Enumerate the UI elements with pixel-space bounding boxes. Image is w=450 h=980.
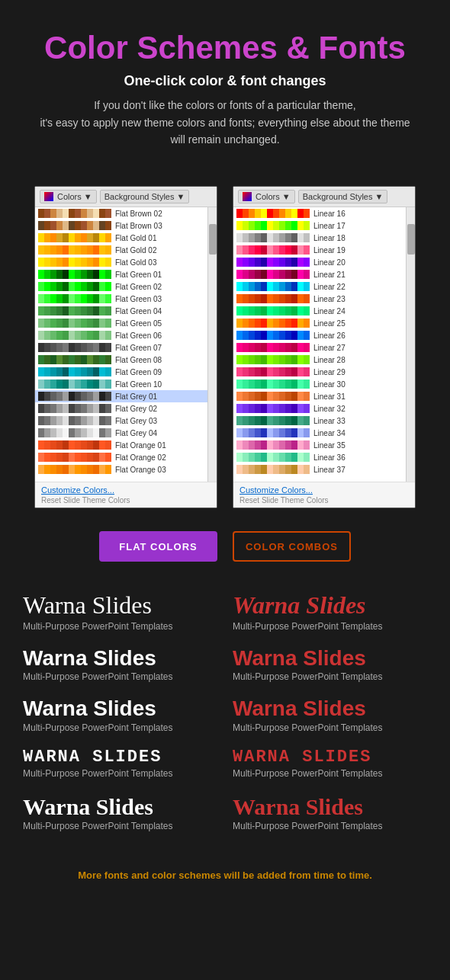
buttons-row: FLAT COLORS COLOR COMBOS bbox=[0, 516, 450, 577]
left-list-item[interactable]: Flat Green 10 bbox=[35, 378, 217, 390]
left-list-item[interactable]: Flat Green 07 bbox=[35, 341, 217, 354]
left-list-item[interactable]: Flat Brown 02 bbox=[35, 207, 217, 219]
left-toolbar[interactable]: Colors ▼ Background Styles ▼ bbox=[35, 187, 217, 207]
flat-colors-button[interactable]: FLAT COLORS bbox=[99, 531, 217, 562]
left-list-item[interactable]: Flat Brown 03 bbox=[35, 219, 217, 232]
right-colors-label: Colors ▼ bbox=[256, 192, 291, 201]
left-customize-link[interactable]: Customize Colors... bbox=[41, 485, 211, 495]
right-list-item[interactable]: Linear 22 bbox=[233, 280, 415, 293]
right-list-item[interactable]: Linear 32 bbox=[233, 402, 415, 415]
right-list-item[interactable]: Linear 33 bbox=[233, 415, 415, 427]
font-title-8: WARNA SLIDES bbox=[233, 748, 427, 767]
left-colors-label: Colors ▼ bbox=[57, 192, 92, 201]
right-list-item[interactable]: Linear 16 bbox=[233, 207, 415, 219]
left-list-item[interactable]: Flat Grey 02 bbox=[35, 402, 217, 415]
right-list-item[interactable]: Linear 36 bbox=[233, 451, 415, 463]
fonts-section: Warna Slides Multi-Purpose PowerPoint Te… bbox=[0, 577, 450, 854]
font-sub-5r: Multi-Purpose PowerPoint Templates bbox=[233, 821, 427, 831]
font-col-1-right: Warna Slides Multi-Purpose PowerPoint Te… bbox=[233, 592, 427, 631]
right-bg-styles-label: Background Styles ▼ bbox=[303, 192, 384, 201]
color-combos-button[interactable]: COLOR COMBOS bbox=[233, 531, 351, 562]
left-list-item[interactable]: Flat Grey 01 bbox=[35, 390, 217, 402]
font-title-5: Warna Slides bbox=[23, 697, 217, 721]
left-list-item[interactable]: Flat Green 04 bbox=[35, 305, 217, 317]
left-list-item[interactable]: Flat Green 03 bbox=[35, 293, 217, 305]
right-reset-link[interactable]: Reset Slide Theme Colors bbox=[239, 496, 409, 504]
font-title-9: Warna Slides bbox=[23, 794, 217, 819]
left-bg-styles-button[interactable]: Background Styles ▼ bbox=[100, 190, 190, 203]
left-colors-button[interactable]: Colors ▼ bbox=[40, 190, 97, 203]
font-sub-4r: Multi-Purpose PowerPoint Templates bbox=[233, 768, 427, 779]
right-footer: Customize Colors... Reset Slide Theme Co… bbox=[233, 482, 415, 508]
left-list-item[interactable]: Flat Green 06 bbox=[35, 329, 217, 341]
right-list-item[interactable]: Linear 25 bbox=[233, 317, 415, 329]
right-list-item[interactable]: Linear 18 bbox=[233, 232, 415, 244]
font-col-3-left: Warna Slides Multi-Purpose PowerPoint Te… bbox=[23, 697, 217, 733]
font-title-6: Warna Slides bbox=[233, 697, 427, 721]
left-list-item[interactable]: Flat Grey 04 bbox=[35, 427, 217, 439]
left-list-item[interactable]: Flat Orange 01 bbox=[35, 439, 217, 451]
right-list-item[interactable]: Linear 31 bbox=[233, 390, 415, 402]
right-list-item[interactable]: Linear 23 bbox=[233, 293, 415, 305]
right-list-item[interactable]: Linear 20 bbox=[233, 256, 415, 268]
right-list-item[interactable]: Linear 27 bbox=[233, 341, 415, 354]
left-list-item[interactable]: Flat Green 02 bbox=[35, 280, 217, 293]
right-list-item[interactable]: Linear 30 bbox=[233, 378, 415, 390]
left-screenshot: Colors ▼ Background Styles ▼ Flat Brown … bbox=[34, 186, 217, 508]
left-list-item[interactable]: Flat Green 05 bbox=[35, 317, 217, 329]
page-description-1: If you don't like the colors or fonts of… bbox=[23, 97, 427, 114]
font-row-4: WARNA SLIDES Multi-Purpose PowerPoint Te… bbox=[23, 748, 427, 779]
font-row-5: Warna Slides Multi-Purpose PowerPoint Te… bbox=[23, 794, 427, 831]
left-list-item[interactable]: Flat Orange 03 bbox=[35, 463, 217, 476]
font-sub-2: Multi-Purpose PowerPoint Templates bbox=[23, 671, 217, 682]
font-sub-1r: Multi-Purpose PowerPoint Templates bbox=[233, 621, 427, 632]
right-list-item[interactable]: Linear 24 bbox=[233, 305, 415, 317]
left-list-item[interactable]: Flat Orange 02 bbox=[35, 451, 217, 463]
font-sub-3: Multi-Purpose PowerPoint Templates bbox=[23, 722, 217, 733]
left-list-item[interactable]: Flat Gold 01 bbox=[35, 232, 217, 244]
page-header: Color Schemes & Fonts One-click color & … bbox=[0, 0, 450, 163]
left-list-item[interactable]: Flat Green 01 bbox=[35, 268, 217, 280]
left-color-list[interactable]: Flat Brown 02Flat Brown 03Flat Gold 01Fl… bbox=[35, 207, 217, 482]
font-col-5-right: Warna Slides Multi-Purpose PowerPoint Te… bbox=[233, 794, 427, 831]
font-col-3-right: Warna Slides Multi-Purpose PowerPoint Te… bbox=[233, 697, 427, 733]
right-scrollbar[interactable] bbox=[406, 207, 415, 482]
font-title-2: Warna Slides bbox=[233, 592, 427, 619]
right-list-item[interactable]: Linear 17 bbox=[233, 219, 415, 232]
right-scrollbar-thumb[interactable] bbox=[407, 224, 415, 255]
left-reset-link[interactable]: Reset Slide Theme Colors bbox=[41, 496, 211, 504]
page-subtitle: One-click color & font changes bbox=[23, 73, 427, 89]
left-list-item[interactable]: Flat Green 08 bbox=[35, 354, 217, 366]
right-list-item[interactable]: Linear 35 bbox=[233, 439, 415, 451]
font-col-5-left: Warna Slides Multi-Purpose PowerPoint Te… bbox=[23, 794, 217, 831]
font-title-3: Warna Slides bbox=[23, 647, 217, 671]
right-customize-link[interactable]: Customize Colors... bbox=[239, 485, 409, 495]
footer-note: More fonts and color schemes will be add… bbox=[0, 854, 450, 904]
right-list-item[interactable]: Linear 34 bbox=[233, 427, 415, 439]
left-list-item[interactable]: Flat Grey 03 bbox=[35, 415, 217, 427]
right-bg-styles-button[interactable]: Background Styles ▼ bbox=[298, 190, 388, 203]
left-list-item[interactable]: Flat Gold 03 bbox=[35, 256, 217, 268]
right-toolbar[interactable]: Colors ▼ Background Styles ▼ bbox=[233, 187, 415, 207]
right-list-item[interactable]: Linear 19 bbox=[233, 244, 415, 256]
font-sub-5: Multi-Purpose PowerPoint Templates bbox=[23, 821, 217, 831]
page-description-2: it's easy to apply new theme colors and … bbox=[23, 114, 427, 131]
right-list-item[interactable]: Linear 21 bbox=[233, 268, 415, 280]
font-title-10: Warna Slides bbox=[233, 794, 427, 819]
right-list-item[interactable]: Linear 28 bbox=[233, 354, 415, 366]
left-bg-styles-label: Background Styles ▼ bbox=[104, 192, 185, 201]
left-scrollbar-thumb[interactable] bbox=[209, 224, 217, 255]
font-sub-4: Multi-Purpose PowerPoint Templates bbox=[23, 768, 217, 779]
left-scrollbar[interactable] bbox=[207, 207, 217, 482]
left-list-item[interactable]: Flat Green 09 bbox=[35, 366, 217, 378]
font-col-4-left: WARNA SLIDES Multi-Purpose PowerPoint Te… bbox=[23, 748, 217, 779]
right-list-item[interactable]: Linear 29 bbox=[233, 366, 415, 378]
right-colors-button[interactable]: Colors ▼ bbox=[238, 190, 295, 203]
right-color-list[interactable]: Linear 16Linear 17Linear 18Linear 19Line… bbox=[233, 207, 415, 482]
right-list-item[interactable]: Linear 37 bbox=[233, 463, 415, 476]
font-sub-2r: Multi-Purpose PowerPoint Templates bbox=[233, 671, 427, 682]
font-sub-1: Multi-Purpose PowerPoint Templates bbox=[23, 621, 217, 632]
font-col-4-right: WARNA SLIDES Multi-Purpose PowerPoint Te… bbox=[233, 748, 427, 779]
right-list-item[interactable]: Linear 26 bbox=[233, 329, 415, 341]
left-list-item[interactable]: Flat Gold 02 bbox=[35, 244, 217, 256]
